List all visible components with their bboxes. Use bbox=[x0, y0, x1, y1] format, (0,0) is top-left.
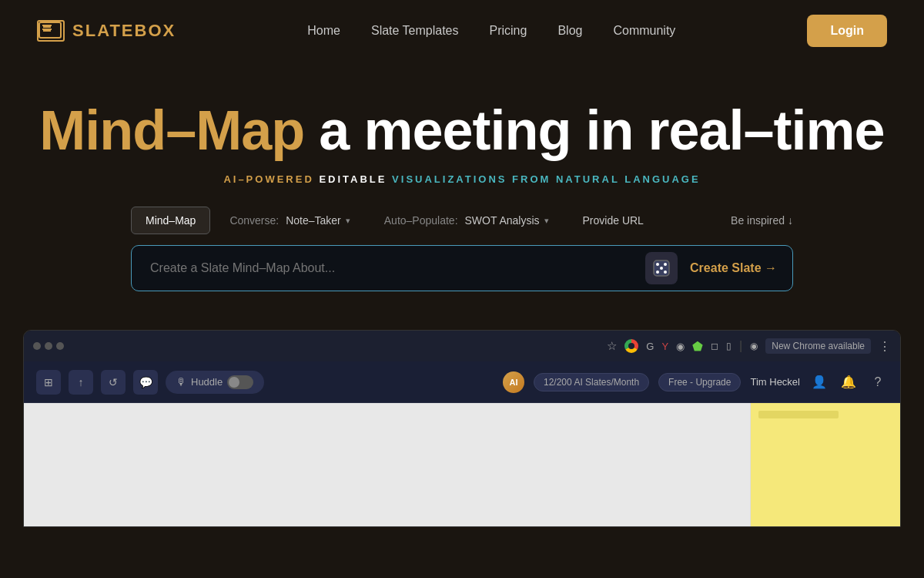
svg-point-8 bbox=[660, 267, 663, 270]
svg-point-6 bbox=[656, 271, 659, 274]
hero-subtitle: AI–POWERED EDITABLE VISUALIZATIONS FROM … bbox=[37, 173, 887, 185]
toolbar-left-icons: ⊞ ↑ ↺ 💬 bbox=[36, 370, 158, 395]
share-icon[interactable]: ↑ bbox=[69, 370, 93, 395]
tab-row: Mind–Map Converse: Note–Taker ▾ Auto–Pop… bbox=[131, 207, 793, 234]
plan-badge: 12/200 AI Slates/Month bbox=[534, 373, 649, 391]
tab-provide-url[interactable]: Provide URL bbox=[568, 207, 658, 234]
chrome-icon bbox=[624, 339, 638, 353]
huddle-toggle[interactable] bbox=[227, 375, 253, 389]
upgrade-badge[interactable]: Free - Upgrade bbox=[658, 373, 741, 391]
hero-section: Mind–Map a meeting in real–time AI–POWER… bbox=[0, 62, 924, 314]
canvas-area bbox=[24, 403, 900, 526]
hero-headline: Mind–Map a meeting in real–time bbox=[37, 100, 887, 161]
input-area: Create Slate → bbox=[131, 245, 793, 291]
kebab-menu[interactable]: ⋮ bbox=[879, 339, 891, 354]
mic-icon: 🎙 bbox=[176, 376, 186, 388]
nav-community[interactable]: Community bbox=[613, 24, 675, 37]
g-icon: G bbox=[646, 341, 654, 352]
toolbar-right: AI 12/200 AI Slates/Month Free - Upgrade… bbox=[503, 371, 888, 393]
slate-input[interactable] bbox=[141, 261, 645, 275]
comment-icon[interactable]: 💬 bbox=[133, 370, 158, 395]
note-line-1 bbox=[758, 411, 839, 418]
user-name: Tim Heckel bbox=[750, 376, 800, 388]
ext-icon: ◉ bbox=[676, 341, 685, 352]
logo-icon bbox=[37, 20, 65, 42]
nav-blog[interactable]: Blog bbox=[557, 24, 582, 37]
user-icon[interactable]: 👤 bbox=[809, 372, 829, 392]
logo-text: SLATEBOX bbox=[72, 21, 176, 41]
logo[interactable]: SLATEBOX bbox=[37, 20, 176, 42]
be-inspired-button[interactable]: Be inspired ↓ bbox=[731, 214, 793, 227]
browser-icons: ☆ G Y ◉ ⬟ ◻ ▯ | ◉ New Chrome available ⋮ bbox=[607, 338, 891, 354]
new-chrome-label: New Chrome available bbox=[765, 338, 871, 354]
nav-home[interactable]: Home bbox=[307, 24, 340, 37]
nav-templates[interactable]: Slate Templates bbox=[371, 24, 459, 37]
navbar: SLATEBOX Home Slate Templates Pricing Bl… bbox=[0, 0, 924, 62]
history-icon[interactable]: ↺ bbox=[101, 370, 126, 395]
app-toolbar: ⊞ ↑ ↺ 💬 🎙 Huddle AI 12/200 AI Slates/Mon… bbox=[24, 361, 900, 403]
canvas-main[interactable] bbox=[24, 403, 750, 526]
ext2-icon: ⬟ bbox=[692, 339, 703, 354]
svg-point-7 bbox=[664, 271, 667, 274]
headline-orange: Mind–Map bbox=[39, 99, 304, 161]
dice-icon[interactable] bbox=[645, 252, 678, 284]
svg-point-4 bbox=[656, 263, 659, 266]
browser-bar: ☆ G Y ◉ ⬟ ◻ ▯ | ◉ New Chrome available ⋮ bbox=[24, 331, 900, 361]
login-button[interactable]: Login bbox=[807, 15, 887, 47]
tab-converse[interactable]: Converse: Note–Taker ▾ bbox=[215, 207, 364, 234]
app-preview: ☆ G Y ◉ ⬟ ◻ ▯ | ◉ New Chrome available ⋮… bbox=[23, 330, 901, 527]
svg-rect-1 bbox=[43, 26, 51, 28]
svg-rect-2 bbox=[43, 30, 51, 32]
help-icon[interactable]: ? bbox=[868, 372, 888, 392]
headline-white: a meeting in real–time bbox=[304, 99, 884, 161]
browser-dots bbox=[33, 342, 64, 350]
profile-icon: ◉ bbox=[750, 341, 758, 351]
create-slate-button[interactable]: Create Slate → bbox=[684, 261, 783, 275]
ext4-icon: ▯ bbox=[726, 341, 732, 351]
ext3-icon: ◻ bbox=[711, 341, 718, 351]
huddle-button[interactable]: 🎙 Huddle bbox=[166, 371, 264, 394]
tab-auto-populate[interactable]: Auto–Populate: SWOT Analysis ▾ bbox=[370, 207, 564, 234]
canvas-sidebar[interactable] bbox=[750, 403, 900, 526]
nav-pricing[interactable]: Pricing bbox=[490, 24, 527, 37]
ai-badge: AI bbox=[503, 371, 524, 393]
y-icon: Y bbox=[661, 341, 668, 352]
browser-dot-2 bbox=[45, 342, 52, 350]
huddle-label: Huddle bbox=[191, 376, 223, 388]
nav-links: Home Slate Templates Pricing Blog Commun… bbox=[307, 24, 675, 38]
svg-point-5 bbox=[664, 263, 667, 266]
adjust-icon[interactable]: ⊞ bbox=[36, 370, 61, 395]
browser-dot-3 bbox=[56, 342, 64, 350]
notification-icon[interactable]: 🔔 bbox=[839, 372, 859, 392]
bookmark-icon[interactable]: ☆ bbox=[607, 339, 617, 353]
tab-mindmap[interactable]: Mind–Map bbox=[131, 207, 210, 234]
browser-dot-1 bbox=[33, 342, 41, 350]
